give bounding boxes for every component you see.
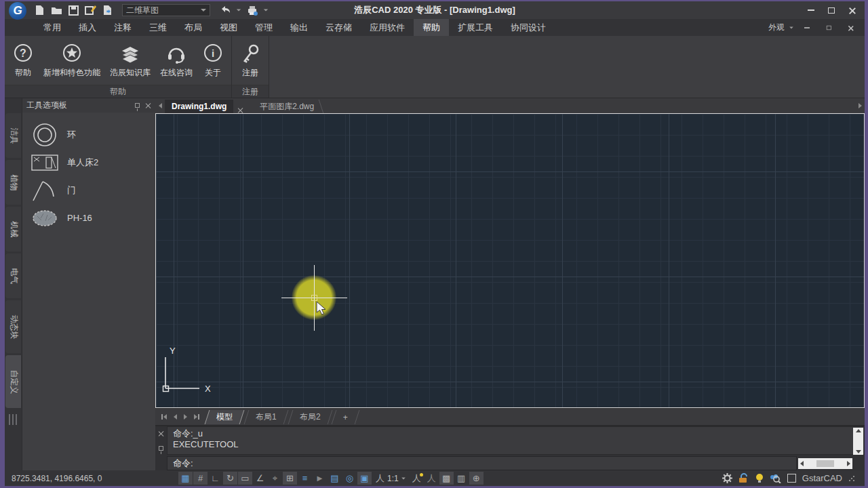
doc-close-button[interactable] (844, 22, 858, 32)
doc-tab-drawing1[interactable]: Drawing1.dwg (165, 100, 233, 113)
minimize-button[interactable] (802, 4, 820, 16)
close-button[interactable] (843, 4, 861, 16)
layout-tab-layout1[interactable]: 布局1 (244, 410, 289, 424)
scroll-left-icon[interactable] (800, 461, 804, 466)
grid-toggle[interactable]: # (193, 472, 208, 485)
tab-guanli[interactable]: 管理 (246, 19, 281, 36)
command-horizontal-scrollbar[interactable] (798, 458, 852, 469)
palette-grip-handle[interactable] (9, 414, 18, 425)
side-tab-jieju[interactable]: 洁具 (5, 113, 21, 158)
tab-zhushi[interactable]: 注释 (105, 19, 140, 36)
command-history[interactable]: 命令:_u EXECUTETOOL (167, 426, 865, 455)
maximize-button[interactable] (823, 4, 840, 16)
undo-dropdown-icon[interactable] (237, 9, 241, 11)
tab-xietongsheji[interactable]: 协同设计 (502, 19, 555, 36)
tab-shuchu[interactable]: 输出 (281, 19, 317, 36)
resize-grip[interactable] (848, 475, 855, 482)
tab-kuozhangongju[interactable]: 扩展工具 (449, 19, 502, 36)
annotation-visibility-toggle[interactable]: 人 (425, 472, 439, 485)
command-input[interactable]: 命令: (167, 456, 797, 470)
online-support-button[interactable]: 在线咨询 (155, 42, 197, 80)
annotation-scale-widget[interactable]: 人 1:1 (372, 472, 409, 485)
tab-sanwei[interactable]: 三维 (140, 19, 176, 36)
scroll-up-icon[interactable] (856, 429, 861, 432)
undo-button[interactable] (219, 4, 231, 16)
polar-tracking-toggle[interactable]: ↻ (223, 472, 237, 485)
print-button[interactable] (246, 4, 258, 16)
app-logo-icon[interactable]: G (9, 2, 26, 20)
command-close-icon[interactable] (158, 430, 164, 436)
snap-mode-toggle[interactable]: ⌖ (268, 472, 282, 485)
lineweight-toggle[interactable]: ≡ (298, 472, 312, 485)
help-button[interactable]: ? 帮助 (7, 42, 39, 80)
palette-item-ring[interactable]: 环 (22, 121, 155, 148)
side-tab-jixie[interactable]: 机械 (5, 207, 21, 251)
knowledge-base-button[interactable]: 浩辰知识库 (105, 42, 155, 80)
dynamic-input-toggle[interactable]: ⊞ (283, 472, 297, 485)
fullscreen-icon[interactable] (787, 474, 796, 483)
palette-item-bed[interactable]: 单人床2 (22, 148, 155, 176)
doc-tabs-scroll-right[interactable] (855, 98, 865, 113)
tab-yingyongruanjian[interactable]: 应用软件 (361, 19, 414, 36)
tab-shitu[interactable]: 视图 (211, 19, 246, 36)
doc-tab-close-icon[interactable] (237, 107, 243, 113)
palette-item-door[interactable]: 门 (22, 176, 155, 204)
clean-screen-toggle[interactable]: ▣ (357, 472, 372, 485)
doc-minimize-button[interactable] (800, 22, 814, 32)
export-button[interactable] (101, 4, 113, 16)
open-file-button[interactable] (50, 4, 62, 16)
side-tab-dongtaikuai[interactable]: 动态块 (5, 300, 21, 353)
annotation-auto-toggle[interactable]: 人 (410, 472, 424, 485)
new-file-button[interactable] (33, 4, 45, 16)
hatch-display-toggle[interactable]: ▩ (439, 472, 454, 485)
scroll-down-icon[interactable] (856, 450, 861, 453)
save-button[interactable] (67, 4, 79, 16)
selection-cycling-toggle[interactable]: ► (313, 472, 327, 485)
object-snap-toggle[interactable]: ▭ (238, 472, 252, 485)
isolate-magnifier-icon[interactable] (770, 474, 781, 483)
side-tab-dianqi[interactable]: 电气 (5, 253, 21, 298)
command-pin-icon[interactable] (159, 446, 163, 451)
palette-close-icon[interactable] (145, 102, 151, 108)
doc-tabs-scroll-left[interactable] (155, 98, 165, 113)
tab-yuncunchu[interactable]: 云存储 (317, 19, 361, 36)
side-tab-zhiwu[interactable]: 植物 (5, 160, 21, 205)
quick-view-toggle[interactable]: ◎ (342, 472, 357, 485)
snap-toggle[interactable]: ▦ (178, 472, 193, 485)
appearance-caret-icon[interactable] (789, 26, 793, 28)
pin-icon[interactable] (135, 103, 140, 108)
scroll-right-icon[interactable] (847, 461, 850, 466)
tab-buju[interactable]: 布局 (176, 19, 211, 36)
layout-first-button[interactable] (161, 414, 167, 420)
ucs-display-toggle[interactable]: ⊕ (469, 472, 484, 485)
layout-tab-model[interactable]: 模型 (205, 410, 245, 424)
command-vertical-scrollbar[interactable] (853, 428, 863, 455)
layout-tab-layout2[interactable]: 布局2 (288, 410, 332, 424)
doc-tab-pingmiantuku2[interactable]: 平面图库2.dwg (251, 100, 324, 113)
layer-properties-toggle[interactable]: ▤ (328, 472, 342, 485)
gear-icon[interactable] (722, 473, 732, 483)
layout-prev-button[interactable] (174, 414, 177, 420)
unlock-icon[interactable] (738, 473, 749, 483)
register-button[interactable]: 注册 (235, 42, 266, 80)
lightbulb-icon[interactable] (755, 473, 764, 483)
save-as-button[interactable] (84, 4, 96, 16)
doc-restore-button[interactable] (822, 22, 836, 32)
object-snap-tracking-toggle[interactable]: ∠ (253, 472, 267, 485)
workspace-select[interactable]: 二维草图 (122, 4, 210, 16)
layout-tab-add[interactable]: + (332, 410, 360, 424)
side-tab-zidingyi[interactable]: 自定义 (5, 355, 21, 408)
new-features-button[interactable]: 新增和特色功能 (39, 42, 105, 80)
toolbar-overflow-icon[interactable] (264, 9, 268, 11)
drawing-canvas[interactable]: Y X (155, 113, 865, 408)
tab-charu[interactable]: 插入 (70, 19, 105, 36)
quick-properties-toggle[interactable]: ▥ (454, 472, 469, 485)
palette-item-ph16[interactable]: PH-16 (22, 204, 155, 232)
about-button[interactable]: i 关于 (197, 42, 229, 80)
layout-last-button[interactable] (194, 414, 200, 420)
tab-changyong[interactable]: 常用 (35, 19, 70, 36)
scrollbar-thumb[interactable] (816, 460, 834, 467)
ortho-toggle[interactable]: ∟ (208, 472, 222, 485)
appearance-dropdown[interactable]: 外观 (768, 22, 785, 33)
layout-next-button[interactable] (184, 414, 187, 420)
